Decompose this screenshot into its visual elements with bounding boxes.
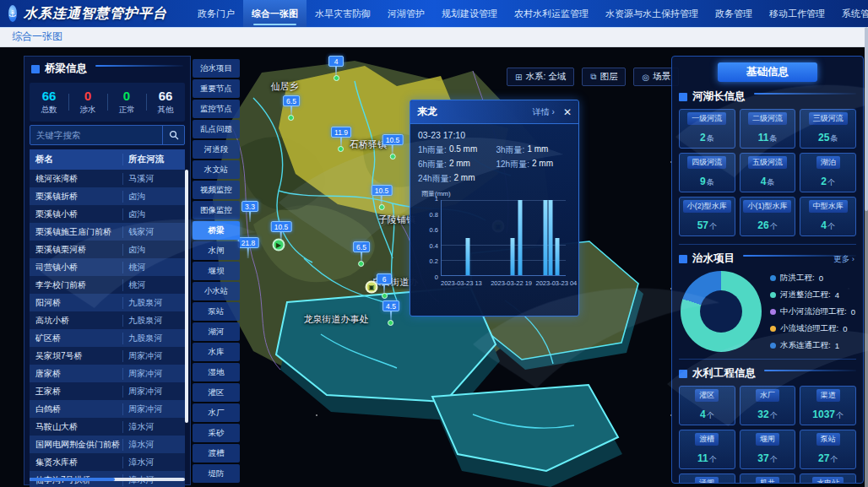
info-card[interactable]: 渠道 1037个 — [800, 386, 856, 425]
layer-menu-item[interactable]: 湖河 — [193, 322, 240, 341]
table-row[interactable]: 白鸽桥 周家冲河 — [30, 400, 185, 418]
camera-marker[interactable]: ▶ — [273, 239, 285, 252]
info-card[interactable]: 泵站 27个 — [800, 430, 856, 469]
info-card[interactable]: 小(2)型水库 57个 — [679, 197, 735, 236]
menu-item[interactable]: 农村水利运监管理 — [506, 0, 597, 27]
menu-item[interactable]: 系统管理 — [833, 0, 868, 27]
layer-menu-item[interactable]: 灌区 — [193, 383, 240, 402]
project-more-link[interactable]: 更多 › — [833, 254, 854, 265]
legend-item[interactable]: 水系连通工程: 1 — [770, 340, 855, 351]
table-row[interactable]: 国网电网荆金供门前桥 漳水河 — [30, 436, 185, 453]
map-marker[interactable]: 21.8 — [238, 237, 259, 258]
info-card[interactable]: 机井 66个 — [740, 473, 796, 484]
layer-menu-item[interactable]: 水闸 — [193, 241, 240, 260]
map-marker[interactable]: 11.9 — [331, 127, 351, 152]
page-scrollbar-thumb[interactable] — [865, 27, 868, 211]
vertical-scrollbar[interactable] — [185, 170, 188, 423]
layer-menu-item[interactable]: 采砂 — [193, 424, 240, 442]
info-card[interactable]: 一级河流 2条 — [679, 109, 735, 149]
table-row[interactable]: 唐家桥 周家冲河 — [30, 365, 185, 382]
info-card[interactable]: 涵闸 47个 — [679, 473, 735, 484]
table-row[interactable]: 王家桥 周家冲河 — [30, 382, 185, 400]
layer-menu-item[interactable]: 湿地 — [193, 363, 240, 381]
map-marker[interactable]: 10.5 — [382, 134, 404, 160]
search-button[interactable] — [162, 126, 184, 144]
menu-item[interactable]: 河湖管护 — [379, 0, 433, 27]
info-card[interactable]: 三级河流 25条 — [800, 109, 856, 149]
legend-item[interactable]: 防洪工程: 0 — [770, 273, 855, 284]
legend-item[interactable]: 河道整治工程: 4 — [770, 289, 855, 300]
map-marker[interactable]: 3.3 — [241, 201, 258, 222]
popup-detail-link[interactable]: 详情 › — [533, 106, 555, 118]
map-marker[interactable]: 4 — [328, 56, 344, 81]
menu-item[interactable]: 规划建设管理 — [433, 0, 506, 27]
table-row[interactable]: 集贤水库桥 漳水河 — [30, 453, 185, 471]
table-row[interactable]: 马鞍山大桥 漳水河 — [30, 418, 185, 436]
layer-menu-item[interactable]: 水库 — [193, 343, 240, 361]
layer-menu-item[interactable]: 桥梁 — [193, 221, 240, 240]
table-row[interactable]: 栗溪镇折桥 卤沟 — [30, 187, 185, 205]
map-marker[interactable]: 6 — [377, 273, 392, 299]
info-card[interactable]: 四级河流 9条 — [679, 153, 735, 192]
page-scrollbar[interactable] — [865, 27, 868, 487]
map-marker[interactable]: 4.5 — [382, 300, 399, 326]
menu-item[interactable]: 移动工作管理 — [761, 0, 833, 27]
info-card[interactable]: 湖泊 2个 — [800, 153, 856, 192]
info-card[interactable]: 小(1)型水库 26个 — [740, 197, 796, 236]
legend-item[interactable]: 小流域治理工程: 0 — [770, 323, 855, 334]
table-row[interactable]: 桃河张湾桥 马溪河 — [30, 170, 185, 187]
camera-marker[interactable]: ▣ — [366, 281, 378, 294]
layer-menu-item[interactable]: 乱点问题 — [193, 120, 240, 138]
layer-menu-item[interactable]: 监控节点 — [193, 100, 240, 118]
map-marker[interactable]: 6.5 — [283, 95, 300, 121]
map-marker[interactable]: 10.5 — [372, 185, 393, 210]
table-row[interactable]: 栗溪镇栗河桥 卤沟 — [30, 241, 185, 258]
table-row[interactable]: 阳河桥 九股泉河 — [30, 294, 185, 311]
menu-item[interactable]: 综合一张图 — [243, 0, 307, 27]
legend-item[interactable]: 中小河流治理工程: 0 — [770, 306, 855, 317]
breadcrumb[interactable]: 综合一张图 — [12, 30, 62, 44]
layer-menu-item[interactable]: 渡槽 — [193, 444, 240, 463]
tab-basic-info[interactable]: 基础信息 — [718, 62, 817, 82]
card-value: 2条 — [681, 132, 733, 144]
info-card[interactable]: 堰闸 37个 — [740, 430, 796, 469]
horizontal-scrollbar[interactable] — [30, 478, 185, 481]
close-icon[interactable]: ✕ — [563, 107, 572, 117]
card-label: 渡槽 — [695, 433, 719, 446]
menu-item[interactable]: 政务门户 — [189, 0, 243, 27]
map-marker[interactable]: 6.5 — [353, 241, 370, 267]
menu-item[interactable]: 水旱灾害防御 — [307, 0, 379, 27]
info-card[interactable]: 水厂 32个 — [740, 386, 796, 425]
layer-menu-item[interactable]: 河道段 — [193, 140, 240, 159]
layer-menu-item[interactable]: 小水站 — [193, 282, 240, 300]
table-row[interactable]: 司营镇小桥 桃河 — [30, 258, 185, 276]
table-row[interactable]: 李学校门前桥 桃河 — [30, 276, 185, 294]
layer-menu-item[interactable]: 堤防 — [193, 464, 240, 483]
layer-menu-item[interactable]: 堰坝 — [193, 262, 240, 280]
map-control-button[interactable]: ⊞ 水系: 全域 — [507, 68, 574, 86]
layer-menu-item[interactable]: 视频监控 — [193, 181, 240, 199]
table-row[interactable]: 矿区桥 九股泉河 — [30, 329, 185, 347]
menu-item[interactable]: 水资源与水土保持管理 — [597, 0, 707, 27]
layer-menu-item[interactable]: 水文站 — [193, 160, 240, 179]
menu-item[interactable]: 政务管理 — [707, 0, 761, 27]
layer-menu-item[interactable]: 治水项目 — [193, 59, 240, 78]
scrollbar-thumb[interactable] — [30, 478, 115, 481]
info-card[interactable]: 水电站 3个 — [800, 473, 856, 484]
table-row[interactable]: 高坑小桥 九股泉河 — [30, 311, 185, 329]
table-row[interactable]: 栗溪镇小桥 卤沟 — [30, 205, 185, 223]
card-number: 1037 — [812, 409, 835, 420]
layer-menu-item[interactable]: 图像监控 — [193, 201, 240, 219]
layer-menu-item[interactable]: 重要节点 — [193, 79, 240, 98]
layer-menu-item[interactable]: 水厂 — [193, 403, 240, 422]
map-control-button[interactable]: ⧉ 图层 — [582, 68, 626, 86]
info-card[interactable]: 五级河流 4条 — [740, 153, 796, 192]
info-card[interactable]: 渡槽 11个 — [679, 430, 735, 469]
table-row[interactable]: 吴家坝7号桥 周家冲河 — [30, 347, 185, 365]
info-card[interactable]: 灌区 4个 — [679, 386, 735, 425]
info-card[interactable]: 中型水库 4个 — [800, 197, 856, 236]
layer-menu-item[interactable]: 泵站 — [193, 302, 240, 321]
search-input[interactable] — [30, 126, 162, 144]
table-row[interactable]: 栗溪镇施王庙门前桥 钱家河 — [30, 223, 185, 241]
info-card[interactable]: 二级河流 11条 — [740, 109, 796, 149]
